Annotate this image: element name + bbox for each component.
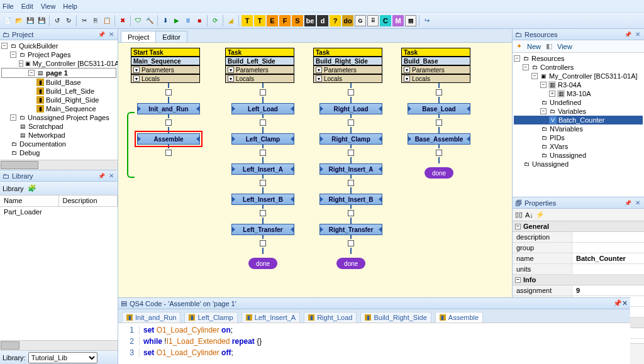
tab-project[interactable]: Project bbox=[121, 31, 156, 42]
chevron-down-icon[interactable]: ▼ bbox=[316, 75, 322, 82]
collapse-icon[interactable]: − bbox=[19, 60, 23, 67]
step-block[interactable]: Right_Load bbox=[319, 103, 382, 114]
menu-view[interactable]: View bbox=[41, 3, 56, 10]
res-outer-unassigned[interactable]: 🗀Unassigned bbox=[514, 160, 643, 168]
close-icon[interactable]: ✕ bbox=[108, 31, 115, 38]
collapse-icon[interactable]: − bbox=[540, 82, 547, 88]
breakpoint-box[interactable] bbox=[260, 240, 266, 246]
tree-page[interactable]: −▤page 1 bbox=[1, 68, 116, 78]
breakpoint-box[interactable] bbox=[260, 150, 266, 156]
collapse-icon[interactable]: − bbox=[514, 55, 520, 62]
breakpoint-box[interactable] bbox=[436, 119, 442, 126]
new-icon[interactable]: 📄 bbox=[3, 16, 13, 26]
task-locals[interactable]: ▼Locals bbox=[313, 74, 382, 83]
scrollbar-thumb[interactable] bbox=[1, 161, 38, 169]
tree-step[interactable]: ▮Build_Right_Side bbox=[1, 96, 116, 104]
letter-button-F[interactable]: F bbox=[279, 15, 291, 26]
collapse-icon[interactable]: − bbox=[28, 70, 35, 76]
code-tab[interactable]: ▮Right_Load bbox=[304, 312, 357, 323]
letter-button-S[interactable]: S bbox=[292, 15, 303, 26]
task-params[interactable]: ▼Parameters bbox=[401, 65, 470, 74]
step-block[interactable]: Left_Transfer bbox=[231, 224, 294, 235]
col-description[interactable]: Description bbox=[59, 196, 118, 206]
step-block[interactable]: Base_Assemble bbox=[408, 133, 470, 145]
tree-debug[interactable]: 🗀Debug bbox=[1, 148, 116, 157]
close-icon[interactable]: ✕ bbox=[634, 199, 641, 206]
collapse-icon[interactable]: − bbox=[10, 114, 16, 121]
breakpoint-box[interactable] bbox=[348, 240, 354, 246]
chevron-down-icon[interactable]: ▼ bbox=[228, 75, 234, 82]
filter-icon[interactable]: ⚡ bbox=[536, 211, 545, 219]
step-block[interactable]: Base_Load bbox=[408, 103, 470, 114]
menu-file[interactable]: File bbox=[3, 3, 14, 10]
letter-button-?[interactable]: ? bbox=[330, 15, 341, 26]
open-icon[interactable]: 📂 bbox=[14, 16, 24, 26]
breakpoint-box[interactable] bbox=[165, 150, 172, 156]
chevron-down-icon[interactable]: ▼ bbox=[133, 67, 140, 73]
scrollbar-thumb[interactable] bbox=[1, 341, 19, 350]
collapse-icon[interactable]: − bbox=[540, 108, 547, 114]
prop-assignment[interactable]: assignment9 bbox=[513, 285, 644, 296]
letter-button-E[interactable]: E bbox=[267, 15, 278, 26]
propcat-general[interactable]: −General bbox=[513, 221, 644, 232]
task-locals[interactable]: ▼Locals bbox=[401, 74, 470, 83]
step-block[interactable]: Init_and_Run bbox=[137, 103, 200, 114]
project-tree[interactable]: −🗀QuickBuilder −🗀Project Pages −▣My_Cont… bbox=[0, 40, 118, 160]
download-icon[interactable]: ⬇ bbox=[160, 16, 170, 26]
breakpoint-box[interactable] bbox=[348, 180, 354, 186]
letter-button-d[interactable]: d bbox=[317, 15, 328, 26]
letter-button-C[interactable]: C bbox=[380, 15, 391, 26]
tree-item[interactable]: ▤Scratchpad bbox=[1, 122, 116, 131]
prop-group[interactable]: group bbox=[513, 243, 644, 253]
breakpoint-box[interactable] bbox=[348, 210, 354, 216]
refresh-icon[interactable]: ⟳ bbox=[210, 16, 220, 26]
tree-pages[interactable]: −🗀Project Pages bbox=[1, 50, 116, 59]
code-tab[interactable]: ▮Assemble bbox=[435, 312, 483, 323]
breakpoint-box[interactable] bbox=[436, 89, 442, 96]
chevron-down-icon[interactable]: ▼ bbox=[133, 75, 140, 82]
stop-icon[interactable]: ■ bbox=[194, 16, 204, 26]
cat-icon[interactable]: ▯▯ bbox=[515, 211, 523, 219]
step-block[interactable]: Right_Clamp bbox=[319, 133, 382, 145]
paste-icon[interactable]: 📋 bbox=[102, 16, 112, 26]
run-icon[interactable]: ▶ bbox=[172, 16, 182, 26]
step-block[interactable]: Left_Insert_A bbox=[231, 163, 294, 175]
pin-icon[interactable]: 📌 bbox=[613, 299, 622, 307]
note-icon[interactable]: ◢ bbox=[226, 16, 236, 26]
task-params[interactable]: ▼Parameters bbox=[313, 65, 382, 74]
collapse-icon[interactable]: − bbox=[10, 52, 16, 58]
step-block[interactable]: Assemble bbox=[137, 133, 200, 145]
breakpoint-box[interactable] bbox=[260, 180, 266, 186]
sort-icon[interactable]: A↓ bbox=[525, 211, 533, 219]
code-line[interactable]: 2while !I1_Load_Extended repeat {} bbox=[118, 336, 630, 347]
tab-editor[interactable]: Editor bbox=[155, 31, 187, 42]
done-pill[interactable]: done bbox=[248, 258, 277, 269]
letter-button-G[interactable]: G bbox=[355, 15, 366, 26]
tree-step[interactable]: ▮Main_Sequence bbox=[1, 104, 116, 113]
res-controllers[interactable]: −🗀Controllers bbox=[514, 63, 643, 72]
pin-icon[interactable]: 📌 bbox=[625, 31, 631, 38]
tree-controller[interactable]: −▣My_Controller [BC5311-01A] bbox=[1, 59, 116, 68]
done-pill[interactable]: done bbox=[425, 167, 453, 179]
undo-icon[interactable]: ↺ bbox=[52, 16, 62, 26]
library-row[interactable]: Part_Loader bbox=[0, 207, 118, 217]
step-block[interactable]: Right_Transfer bbox=[319, 224, 382, 235]
diagram-canvas[interactable]: Start TaskMain_Sequence▼Parameters▼Local… bbox=[118, 43, 512, 297]
cut-icon[interactable]: ✂ bbox=[79, 16, 89, 26]
task-header[interactable]: Start TaskMain_Sequence▼Parameters▼Local… bbox=[131, 48, 200, 83]
res-xvars[interactable]: 🗀XVars bbox=[514, 142, 643, 151]
step-block[interactable]: Left_Insert_B bbox=[231, 194, 294, 205]
resources-new[interactable]: New bbox=[527, 43, 541, 50]
resources-view[interactable]: View bbox=[557, 43, 572, 50]
tree-docs[interactable]: 🗀Documentation bbox=[1, 140, 116, 148]
arrow-icon[interactable]: ↪ bbox=[422, 16, 432, 26]
pause-icon[interactable]: ⏸ bbox=[183, 16, 193, 26]
breakpoint-box[interactable] bbox=[348, 89, 354, 96]
letter-button-▤[interactable]: ▤ bbox=[405, 15, 416, 26]
tree-root[interactable]: −🗀QuickBuilder bbox=[1, 41, 116, 50]
done-pill[interactable]: done bbox=[336, 258, 365, 269]
chevron-down-icon[interactable]: ▼ bbox=[404, 67, 410, 73]
res-nvars[interactable]: 🗀NVariables bbox=[514, 124, 643, 133]
res-controller[interactable]: −▣My_Controller [BC5311-01A] bbox=[514, 72, 643, 80]
res-pids[interactable]: 🗀PIDs bbox=[514, 133, 643, 142]
